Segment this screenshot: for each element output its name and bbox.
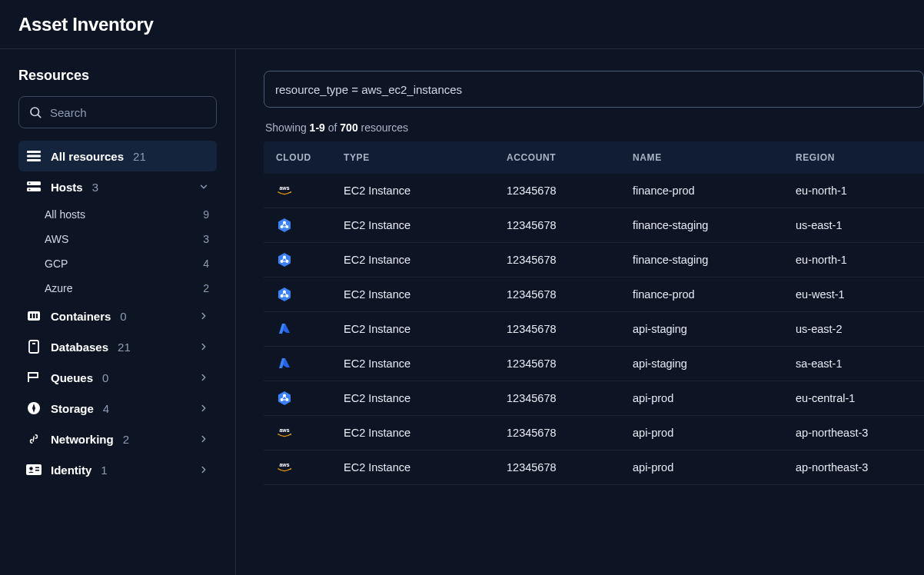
col-name: NAME <box>633 152 796 163</box>
nav-networking[interactable]: Networking2 <box>18 424 217 454</box>
sub-count: 3 <box>203 233 209 245</box>
cell-region: ap-northeast-3 <box>796 461 924 474</box>
gcp-icon <box>276 217 293 234</box>
body-area: Resources All resources 21 Hosts3All hos… <box>0 49 924 575</box>
nav-queues[interactable]: Queues0 <box>18 362 217 393</box>
nav-label: Networking <box>51 433 114 446</box>
cell-region: us-east-2 <box>796 323 924 335</box>
nav-storage[interactable]: Storage4 <box>18 393 217 424</box>
svg-marker-21 <box>278 218 291 232</box>
svg-point-7 <box>29 183 31 184</box>
nav-label: All resources <box>51 150 124 163</box>
cell-account: 12345678 <box>507 357 633 370</box>
svg-rect-10 <box>30 314 32 318</box>
queues-icon <box>26 371 42 384</box>
cell-cloud <box>276 355 344 372</box>
table-row[interactable]: EC2 Instance12345678api-stagingus-east-2 <box>264 312 924 347</box>
svg-rect-3 <box>27 155 41 158</box>
cell-name: finance-prod <box>633 288 796 301</box>
nav-count: 21 <box>133 150 146 163</box>
table-row[interactable]: awsEC2 Instance12345678finance-prodeu-no… <box>264 174 924 208</box>
table-header: CLOUD TYPE ACCOUNT NAME REGION <box>264 141 924 174</box>
hosts-icon <box>26 181 42 192</box>
chevron-right-icon <box>198 403 209 414</box>
list-icon <box>26 151 42 161</box>
cell-type: EC2 Instance <box>344 288 507 301</box>
svg-rect-18 <box>35 467 39 469</box>
nav-all-resources[interactable]: All resources 21 <box>18 141 217 171</box>
svg-rect-12 <box>36 314 38 318</box>
table-row[interactable]: awsEC2 Instance12345678api-prodap-northe… <box>264 450 924 485</box>
nav-identity[interactable]: Identity1 <box>18 454 217 485</box>
sub-count: 2 <box>203 282 209 294</box>
cell-account: 12345678 <box>507 184 633 197</box>
col-cloud: CLOUD <box>276 152 344 163</box>
app-header: Asset Inventory <box>0 0 924 49</box>
table-row[interactable]: EC2 Instance12345678finance-prodeu-west-… <box>264 278 924 312</box>
chevron-right-icon <box>198 311 209 321</box>
nav-label: Identity <box>51 464 91 477</box>
cell-region: sa-east-1 <box>796 357 924 370</box>
nav-count: 0 <box>120 310 126 323</box>
search-icon <box>28 105 42 119</box>
resources-table: CLOUD TYPE ACCOUNT NAME REGION awsEC2 In… <box>264 141 924 485</box>
cell-name: finance-prod <box>633 184 796 197</box>
cell-account: 12345678 <box>507 323 633 335</box>
nav-count: 3 <box>92 181 98 194</box>
svg-text:aws: aws <box>280 462 290 467</box>
sidebar-subitem[interactable]: GCP4 <box>42 251 217 276</box>
cell-name: finance-staging <box>633 254 796 266</box>
azure-icon <box>276 321 293 337</box>
gcp-icon <box>276 286 293 303</box>
cell-cloud: aws <box>276 459 344 476</box>
sidebar: Resources All resources 21 Hosts3All hos… <box>0 49 236 575</box>
table-row[interactable]: EC2 Instance12345678api-stagingsa-east-1 <box>264 347 924 381</box>
cell-account: 12345678 <box>507 392 633 404</box>
sidebar-subitem[interactable]: AWS3 <box>42 227 217 251</box>
cell-name: api-prod <box>633 392 796 404</box>
search-input[interactable] <box>50 106 207 119</box>
sub-label: AWS <box>45 233 68 245</box>
sidebar-heading: Resources <box>18 68 217 84</box>
table-row[interactable]: EC2 Instance12345678api-prodeu-central-1 <box>264 381 924 416</box>
cell-type: EC2 Instance <box>344 392 507 404</box>
cell-region: us-east-1 <box>796 219 924 231</box>
nav-label: Storage <box>51 402 94 415</box>
cell-name: api-staging <box>633 357 796 370</box>
sidebar-search[interactable] <box>18 96 217 128</box>
aws-icon: aws <box>276 424 293 441</box>
cell-type: EC2 Instance <box>344 427 507 439</box>
svg-marker-35 <box>278 288 291 301</box>
cell-cloud <box>276 251 344 268</box>
cell-account: 12345678 <box>507 461 633 474</box>
svg-marker-42 <box>278 391 291 405</box>
cell-name: api-prod <box>633 461 796 474</box>
cell-cloud <box>276 390 344 407</box>
col-type: TYPE <box>344 152 507 163</box>
sub-count: 9 <box>203 208 209 221</box>
databases-icon <box>26 340 42 354</box>
identity-icon <box>26 464 42 476</box>
sidebar-subitem[interactable]: Azure2 <box>42 276 217 301</box>
sidebar-subitem[interactable]: All hosts9 <box>42 202 217 227</box>
table-row[interactable]: awsEC2 Instance12345678api-prodap-northe… <box>264 416 924 450</box>
nav-hosts[interactable]: Hosts3 <box>18 171 217 202</box>
storage-icon <box>26 401 42 415</box>
cell-region: eu-central-1 <box>796 392 924 404</box>
nav-databases[interactable]: Databases21 <box>18 331 217 362</box>
table-row[interactable]: EC2 Instance12345678finance-stagingus-ea… <box>264 208 924 243</box>
cell-name: finance-staging <box>633 219 796 231</box>
table-row[interactable]: EC2 Instance12345678finance-stagingeu-no… <box>264 243 924 278</box>
sub-label: GCP <box>45 258 68 270</box>
containers-icon <box>26 310 42 322</box>
col-account: ACCOUNT <box>507 152 633 163</box>
svg-rect-4 <box>27 159 41 161</box>
cell-type: EC2 Instance <box>344 184 507 197</box>
cell-cloud: aws <box>276 424 344 441</box>
cell-account: 12345678 <box>507 254 633 266</box>
chevron-right-icon <box>198 464 209 475</box>
filter-query-input[interactable]: resource_type = aws_ec2_instances <box>264 71 924 108</box>
chevron-down-icon <box>198 181 209 192</box>
nav-containers[interactable]: Containers0 <box>18 301 217 331</box>
svg-marker-28 <box>278 253 291 267</box>
